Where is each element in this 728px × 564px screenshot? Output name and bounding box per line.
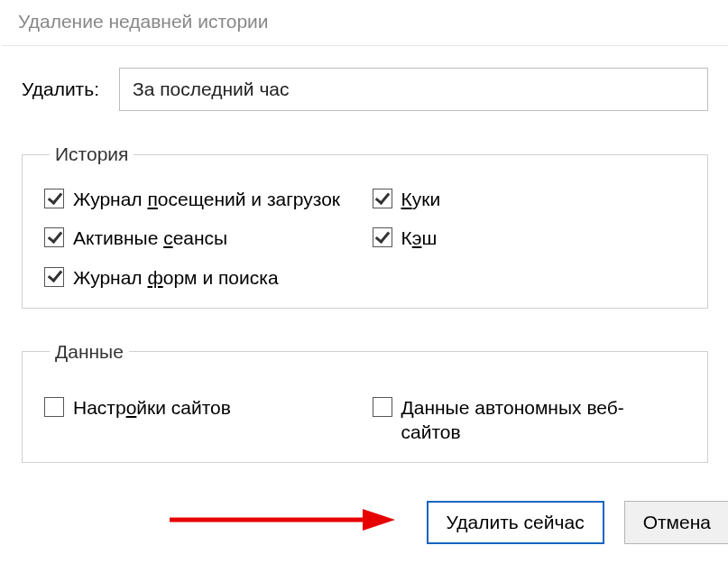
time-range-value: За последний час bbox=[133, 79, 290, 100]
dialog-content: Удалить: За последний час История Журнал… bbox=[2, 46, 728, 463]
annotation-arrow bbox=[170, 506, 395, 533]
checkbox-box[interactable] bbox=[373, 189, 392, 208]
checkbox-label: Журнал форм и поиска bbox=[73, 265, 279, 290]
checkbox-label: Данные автономных веб-сайтов bbox=[401, 395, 624, 445]
checkbox-label: Куки bbox=[401, 187, 441, 211]
delete-label: Удалить: bbox=[22, 79, 99, 100]
checkbox-form-search[interactable]: Журнал форм и поиска bbox=[44, 265, 358, 290]
history-legend: История bbox=[50, 143, 134, 165]
history-group: История Журнал посещений и загрузок Куки… bbox=[22, 143, 708, 309]
checkbox-cookies[interactable]: Куки bbox=[373, 187, 687, 211]
time-range-row: Удалить: За последний час bbox=[22, 68, 708, 111]
checkbox-box[interactable] bbox=[44, 189, 64, 208]
cancel-button[interactable]: Отмена bbox=[624, 501, 728, 544]
checkbox-box[interactable] bbox=[44, 227, 64, 247]
checkbox-box[interactable] bbox=[373, 397, 392, 417]
dialog-buttons: Удалить сейчас Отмена bbox=[427, 501, 728, 544]
data-grid: Настройки сайтов Данные автономных веб-с… bbox=[44, 379, 686, 445]
checkbox-site-prefs[interactable]: Настройки сайтов bbox=[44, 395, 358, 445]
clear-history-dialog: Удаление недавней истории Удалить: За по… bbox=[0, 0, 728, 564]
checkbox-browsing-downloads[interactable]: Журнал посещений и загрузок bbox=[44, 187, 358, 211]
checkbox-active-logins[interactable]: Активные сеансы bbox=[44, 226, 358, 250]
checkbox-offline-data[interactable]: Данные автономных веб-сайтов bbox=[373, 395, 687, 445]
checkbox-box[interactable] bbox=[44, 267, 64, 287]
checkbox-label: Настройки сайтов bbox=[73, 395, 231, 420]
delete-now-button[interactable]: Удалить сейчас bbox=[427, 501, 604, 544]
checkbox-label: Кэш bbox=[401, 226, 438, 250]
time-range-select[interactable]: За последний час bbox=[119, 68, 708, 111]
history-grid: Журнал посещений и загрузок Куки Активны… bbox=[44, 181, 686, 290]
checkbox-cache[interactable]: Кэш bbox=[373, 226, 687, 250]
data-legend: Данные bbox=[50, 341, 129, 363]
checkbox-box[interactable] bbox=[373, 227, 392, 247]
checkbox-label: Журнал посещений и загрузок bbox=[73, 187, 340, 211]
svg-marker-1 bbox=[363, 509, 395, 531]
checkbox-box[interactable] bbox=[44, 397, 64, 417]
data-group: Данные Настройки сайтов Данные автономны… bbox=[22, 341, 708, 464]
dialog-title: Удаление недавней истории bbox=[2, 2, 728, 42]
checkbox-label: Активные сеансы bbox=[73, 226, 227, 250]
